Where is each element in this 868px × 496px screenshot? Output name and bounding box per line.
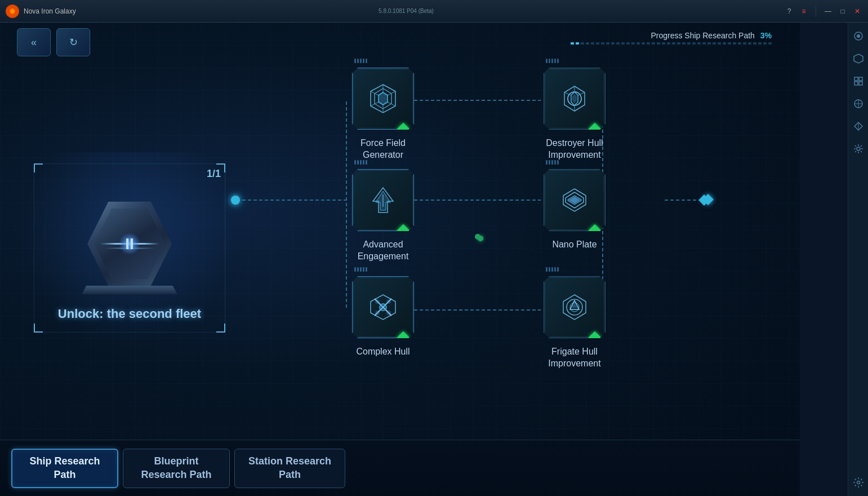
ship-visual: 1/1 II Unlock: the xyxy=(23,152,237,344)
progress-label: Progress Ship Research Path 3% xyxy=(571,31,772,40)
gem-complex xyxy=(397,331,410,344)
progress-dots xyxy=(571,42,772,45)
ship-panel: 1/1 II Unlock: the xyxy=(11,68,248,428)
progress-dot-35 xyxy=(743,42,746,45)
node-destroyer-hull[interactable]: 1/25 Destroyer HullImprovement xyxy=(544,68,606,161)
badge-roman: II xyxy=(125,235,134,253)
sidebar-icon-1[interactable] xyxy=(851,51,866,67)
connector-svg xyxy=(242,56,772,428)
sidebar-icon-settings[interactable] xyxy=(851,475,866,490)
help-button[interactable]: ? xyxy=(784,6,794,16)
svg-point-55 xyxy=(386,299,391,304)
node-nano-plate[interactable]: 1/50 Nano Plate xyxy=(544,169,606,251)
svg-rect-5 xyxy=(854,77,858,81)
app-subtitle: 5.8.0.1081 P04 (Beta) xyxy=(379,8,434,14)
svg-rect-7 xyxy=(854,82,858,85)
node-label-destroyer: Destroyer HullImprovement xyxy=(546,138,603,161)
progress-dot-27 xyxy=(702,42,706,45)
gem-nano xyxy=(589,224,602,237)
svg-point-59 xyxy=(567,299,582,315)
svg-point-15 xyxy=(857,481,860,484)
sidebar-icon-4[interactable] xyxy=(851,118,866,134)
game-area: « ↻ Progress Ship Research Path 3% xyxy=(0,23,800,496)
gem-engagement xyxy=(397,224,410,237)
progress-dot-12 xyxy=(626,42,630,45)
svg-line-31 xyxy=(388,102,395,106)
progress-dot-24 xyxy=(687,42,691,45)
progress-dot-2 xyxy=(576,42,579,45)
progress-dot-16 xyxy=(647,42,650,45)
sidebar-icon-5[interactable] xyxy=(851,141,866,157)
svg-point-54 xyxy=(375,299,380,304)
node-box-force-field[interactable]: 6/50 xyxy=(352,68,414,130)
svg-point-53 xyxy=(380,304,386,311)
gem-frigate xyxy=(589,331,602,344)
node-advanced-engagement[interactable]: 6/50 AdvancedEngagement xyxy=(352,169,414,263)
sidebar-icon-0[interactable] xyxy=(851,28,866,44)
progress-dot-39 xyxy=(763,42,767,45)
svg-point-56 xyxy=(375,311,380,315)
svg-marker-48 xyxy=(568,196,581,205)
node-box-destroyer[interactable]: 1/25 xyxy=(544,68,606,130)
progress-dot-26 xyxy=(697,42,701,45)
progress-dot-14 xyxy=(636,42,640,45)
maximize-button[interactable]: □ xyxy=(838,6,848,16)
svg-marker-44 xyxy=(376,191,390,210)
progress-dot-23 xyxy=(682,42,686,45)
gem-force-field xyxy=(397,123,410,136)
menu-button[interactable]: ≡ xyxy=(799,6,809,16)
svg-marker-4 xyxy=(854,54,863,63)
progress-dot-7 xyxy=(601,42,604,45)
svg-marker-38 xyxy=(572,94,577,103)
window-controls: ? ≡ — □ ✕ xyxy=(784,6,862,17)
node-frigate-hull[interactable]: 1/25 Frigate HullImprovement xyxy=(544,276,606,370)
svg-marker-37 xyxy=(571,92,578,105)
progress-dot-29 xyxy=(713,42,716,45)
progress-dot-3 xyxy=(581,42,584,45)
progress-dot-25 xyxy=(692,42,696,45)
svg-marker-27 xyxy=(375,88,391,109)
progress-dot-38 xyxy=(758,42,762,45)
svg-marker-46 xyxy=(563,189,586,211)
tab-station-research[interactable]: Station ResearchPath xyxy=(234,449,345,488)
progress-dot-17 xyxy=(652,42,655,45)
sidebar-icon-3[interactable] xyxy=(851,96,866,112)
node-box-frigate[interactable]: 1/25 xyxy=(544,276,606,338)
progress-dot-34 xyxy=(738,42,741,45)
node-complex-hull[interactable]: 6/50 Complex Hull xyxy=(352,276,414,358)
svg-point-60 xyxy=(570,303,579,312)
close-button[interactable]: ✕ xyxy=(852,6,862,16)
node-label-engagement: AdvancedEngagement xyxy=(358,239,409,263)
progress-dot-31 xyxy=(723,42,726,45)
svg-point-14 xyxy=(857,147,860,150)
node-label-force-field: Force FieldGenerator xyxy=(360,138,406,161)
refresh-button[interactable]: ↻ xyxy=(56,28,90,56)
node-box-nano[interactable]: 1/50 xyxy=(544,169,606,231)
back-button[interactable]: « xyxy=(17,28,51,56)
svg-marker-50 xyxy=(371,295,395,320)
node-box-complex[interactable]: 6/50 xyxy=(352,276,414,338)
svg-line-33 xyxy=(371,102,379,106)
svg-line-51 xyxy=(375,299,391,316)
progress-dot-30 xyxy=(718,42,721,45)
node-box-engagement[interactable]: 6/50 xyxy=(352,169,414,231)
badge-count: 1/1 xyxy=(207,168,221,180)
progress-dot-5 xyxy=(591,42,594,45)
node-force-field-generator[interactable]: 6/50 Force FieldGenerator xyxy=(352,68,414,161)
sidebar-icon-2[interactable] xyxy=(851,73,866,89)
progress-dot-28 xyxy=(707,42,711,45)
research-tree: 6/50 Force FieldGenerator xyxy=(242,56,772,428)
svg-line-40 xyxy=(578,92,585,95)
progress-dot-22 xyxy=(677,42,680,45)
titlebar: Nova Iron Galaxy 5.8.0.1081 P04 (Beta) ?… xyxy=(0,0,868,23)
badge-outer: II xyxy=(87,202,172,286)
svg-marker-28 xyxy=(379,92,388,105)
svg-marker-61 xyxy=(570,300,579,309)
progress-dot-37 xyxy=(753,42,756,45)
app-icon xyxy=(6,5,19,18)
minimize-button[interactable]: — xyxy=(823,6,833,16)
tab-ship-research[interactable]: Ship ResearchPath xyxy=(11,449,118,488)
entry-connector-dot xyxy=(231,196,240,205)
bottom-tabs: Ship ResearchPath BlueprintResearch Path… xyxy=(0,440,800,496)
tab-blueprint-research[interactable]: BlueprintResearch Path xyxy=(123,449,230,488)
